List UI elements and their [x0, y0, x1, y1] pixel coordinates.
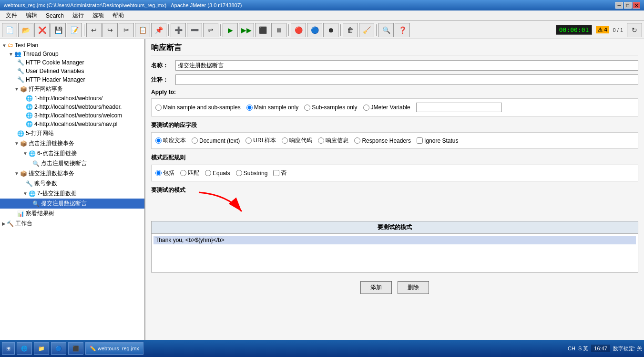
maximize-button[interactable]: □: [624, 2, 632, 9]
tree-item-req2[interactable]: 🌐 2-http://localhost/webtours/header.: [0, 103, 144, 111]
radio-main-only[interactable]: Main sample only: [246, 104, 298, 111]
checkbox-negate[interactable]: 否: [273, 169, 286, 177]
radio-sub-only[interactable]: Sub-samples only: [304, 104, 357, 111]
checkbox-ignore-status-input[interactable]: [417, 137, 423, 144]
remote-exit-button[interactable]: ⏺: [323, 23, 338, 37]
start-button[interactable]: ▶: [223, 23, 238, 37]
copy-button[interactable]: 📋: [135, 23, 150, 37]
tree-item-req5[interactable]: 🌐 5-打开网站: [0, 128, 144, 138]
remote-start-button[interactable]: 🔴: [291, 23, 306, 37]
radio-resp-headers[interactable]: Response Headers: [354, 137, 411, 144]
radio-sub-only-input[interactable]: [304, 105, 310, 111]
tree-item-req1[interactable]: 🌐 1-http://localhost/webtours/: [0, 94, 144, 103]
save-button[interactable]: 💾: [51, 23, 66, 37]
tree-item-cookie[interactable]: 🔧 HTTP Cookie Manager: [0, 58, 144, 67]
radio-resp-msg-input[interactable]: [318, 137, 324, 144]
menu-run[interactable]: 运行: [69, 10, 88, 21]
expand-threadgroup[interactable]: ▼: [9, 52, 13, 57]
delete-button[interactable]: 删除: [398, 281, 429, 294]
tree-item-submitreg[interactable]: ▼ 📦 提交注册数据事务: [0, 168, 144, 178]
tree-item-assertion1[interactable]: 🔍 点击注册链接断言: [0, 158, 144, 168]
tree-item-uservars[interactable]: 🔧 User Defined Variables: [0, 67, 144, 75]
remote-stop-button[interactable]: 🔵: [307, 23, 322, 37]
radio-main-only-input[interactable]: [246, 105, 253, 111]
menu-file[interactable]: 文件: [2, 10, 21, 21]
radio-document-text[interactable]: Document (text): [192, 137, 240, 144]
stop-button[interactable]: ⬛: [255, 23, 270, 37]
tree-item-assertion2[interactable]: 🔍 提交注册数据断言: [0, 199, 144, 209]
paste-button[interactable]: 📌: [151, 23, 166, 37]
radio-jmeter-var-input[interactable]: [363, 105, 369, 111]
radio-substring-input[interactable]: [236, 170, 242, 176]
expand-submitreg[interactable]: ▼: [14, 171, 19, 176]
tree-item-req3[interactable]: 🌐 3-http://localhost/webtours/welcom: [0, 111, 144, 120]
add-button[interactable]: 添加: [360, 281, 392, 294]
radio-resp-headers-input[interactable]: [354, 137, 360, 144]
close-button[interactable]: ✕: [633, 2, 640, 9]
cut-button[interactable]: ✂: [119, 23, 134, 37]
radio-url[interactable]: URL样本: [245, 136, 276, 145]
radio-main-sub[interactable]: Main sample and sub-samples: [155, 104, 241, 111]
taskbar-jmeter[interactable]: ✏️ webtours_reg.jmx: [85, 342, 143, 355]
radio-equals[interactable]: Equals: [205, 170, 230, 177]
start-menu-button[interactable]: ⊞: [2, 342, 15, 355]
radio-response-text[interactable]: 响应文本: [155, 136, 186, 145]
expand-req6[interactable]: ▼: [23, 151, 28, 156]
tree-item-opensite[interactable]: ▼ 📦 打开网站事务: [0, 84, 144, 94]
radio-equals-input[interactable]: [205, 170, 211, 176]
menu-search[interactable]: Search: [42, 11, 68, 20]
jmeter-var-input[interactable]: [416, 103, 502, 112]
radio-jmeter-var[interactable]: JMeter Variable: [363, 104, 410, 111]
menu-edit[interactable]: 编辑: [22, 10, 41, 21]
expand-button[interactable]: ➕: [171, 23, 186, 37]
radio-substring[interactable]: Substring: [236, 170, 268, 177]
menu-options[interactable]: 选项: [89, 10, 108, 21]
radio-resp-code[interactable]: 响应代码: [282, 136, 312, 145]
tree-item-clickreg[interactable]: ▼ 📦 点击注册链接事务: [0, 138, 144, 148]
toggle-button[interactable]: ⇌: [203, 23, 218, 37]
radio-response-text-input[interactable]: [155, 137, 162, 144]
menu-help[interactable]: 帮助: [109, 10, 128, 21]
radio-contains[interactable]: 包括: [155, 169, 174, 177]
start-no-pause-button[interactable]: ▶▶: [239, 23, 254, 37]
clear-button[interactable]: 🗑: [343, 23, 358, 37]
collapse-button[interactable]: ➖: [187, 23, 202, 37]
expand-req7[interactable]: ▼: [23, 191, 28, 196]
new-button[interactable]: 📄: [2, 23, 17, 37]
clear-all-button[interactable]: 🧹: [359, 23, 374, 37]
taskbar-chrome[interactable]: 🔵: [51, 342, 66, 355]
expand-testplan[interactable]: ▼: [2, 43, 7, 48]
pattern-row-1[interactable]: Thank you, <b>${yhm}</b>: [153, 236, 636, 244]
tree-item-req4[interactable]: 🌐 4-http://localhost/webtours/nav.pl: [0, 120, 144, 128]
tree-item-req7[interactable]: ▼ 🌐 7-提交注册数据: [0, 189, 144, 199]
help-tb-button[interactable]: ❓: [395, 23, 410, 37]
tree-item-thread-group[interactable]: ▼ 👥 Thread Group: [0, 50, 144, 58]
taskbar-cmd[interactable]: ⬛: [68, 342, 83, 355]
tree-item-test-plan[interactable]: ▼ 🗂 Test Plan: [0, 41, 144, 50]
expand-workbench[interactable]: ▶: [2, 221, 6, 226]
tree-item-workbench[interactable]: ▶ 🔨 工作台: [0, 219, 144, 229]
tree-item-viewresult[interactable]: 📊 察看结果树: [0, 209, 144, 219]
search-tb-button[interactable]: 🔍: [378, 23, 394, 37]
name-input[interactable]: [175, 60, 638, 71]
radio-resp-msg[interactable]: 响应信息: [318, 136, 348, 145]
tree-item-header[interactable]: 🔧 HTTP Header Manager: [0, 75, 144, 84]
expand-opensite[interactable]: ▼: [14, 86, 19, 92]
open-button[interactable]: 📂: [18, 23, 33, 37]
radio-contains-input[interactable]: [155, 170, 162, 176]
radio-matches[interactable]: 匹配: [180, 169, 199, 177]
expand-clickreg[interactable]: ▼: [14, 141, 19, 146]
redo-button[interactable]: ↪: [102, 23, 118, 37]
undo-button[interactable]: ↩: [86, 23, 102, 37]
taskbar-ie[interactable]: 🌐: [17, 342, 32, 355]
checkbox-negate-input[interactable]: [273, 170, 279, 176]
shutdown-button[interactable]: ⏹: [271, 23, 286, 37]
refresh-button[interactable]: ↻: [627, 23, 642, 37]
minimize-button[interactable]: ─: [615, 2, 623, 9]
tree-item-params[interactable]: 🔧 账号参数: [0, 178, 144, 189]
taskbar-explorer[interactable]: 📁: [34, 342, 49, 355]
pattern-table-content[interactable]: Thank you, <b>${yhm}</b>: [152, 234, 638, 272]
radio-document-text-input[interactable]: [192, 137, 198, 144]
comment-input[interactable]: [175, 74, 638, 85]
tree-item-req6[interactable]: ▼ 🌐 6-点击注册链接: [0, 148, 144, 158]
